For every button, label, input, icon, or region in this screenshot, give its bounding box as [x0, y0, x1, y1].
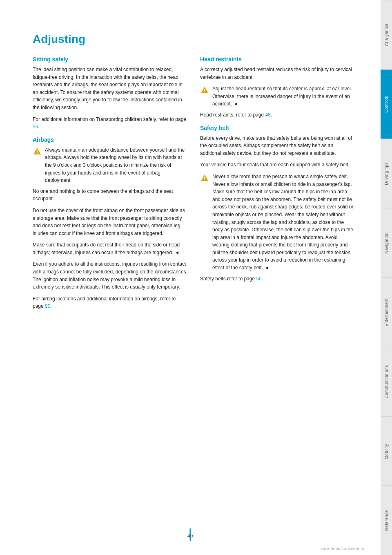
- warning-triangle-icon-2: !: [200, 85, 209, 94]
- airbags-warning1: ! Always maintain an adequate distance b…: [33, 146, 188, 184]
- safety-belt-warning: ! Never allow more than one person to we…: [200, 173, 355, 272]
- sidebar-tab-communications[interactable]: Communications: [381, 347, 392, 416]
- sidebar-tab-at-a-glance[interactable]: At a glance: [381, 0, 392, 69]
- warning-triangle-icon-3: !: [200, 173, 209, 182]
- watermark: carmanualsonline.info: [321, 546, 364, 551]
- sidebar-tab-entertainment[interactable]: Entertainment: [381, 278, 392, 347]
- airbags-body4: Even if you adhere to all the instructio…: [33, 260, 188, 291]
- airbags-section: Airbags ! Always maintain an adequate di…: [33, 137, 188, 310]
- warning-triangle-icon: !: [33, 147, 42, 156]
- sidebar-tab-reference[interactable]: Reference: [381, 486, 392, 555]
- svg-text:!: !: [204, 88, 205, 94]
- sitting-safely-body1: The ideal sitting position can make a vi…: [33, 66, 188, 112]
- safety-belt-link[interactable]: 50: [256, 276, 261, 282]
- svg-text:!: !: [36, 149, 38, 155]
- safety-belt-section: Safety belt Before every drive, make sur…: [200, 125, 355, 283]
- safety-belt-warning-text: Never allow more than one person to wear…: [212, 173, 355, 272]
- head-restraints-section: Head restraints A correctly adjusted hea…: [200, 56, 355, 119]
- airbags-heading: Airbags: [33, 137, 188, 143]
- safety-belt-body1: Before every drive, make sure that safet…: [200, 134, 355, 157]
- page-title: Adjusting: [33, 33, 360, 46]
- safety-belt-body3: Safety belts refer to page 50.: [200, 275, 355, 283]
- sidebar-tab-controls[interactable]: Controls: [381, 69, 392, 139]
- airbags-body1: No one and nothing is to come between th…: [33, 188, 188, 203]
- airbags-body2: Do not use the cover of the front airbag…: [33, 207, 188, 237]
- airbags-link[interactable]: 90: [45, 303, 50, 309]
- head-restraints-heading: Head restraints: [200, 56, 355, 63]
- head-restraints-warning-text: Adjust the head restraint so that its ce…: [212, 85, 355, 108]
- head-restraints-body2: Head restraints, refer to page 48.: [200, 111, 355, 119]
- head-restraints-link[interactable]: 48: [265, 112, 270, 118]
- sitting-safely-section: Sitting safely The ideal sitting positio…: [33, 56, 188, 131]
- sitting-safely-link[interactable]: 56: [33, 124, 38, 130]
- airbags-warning1-text: Always maintain an adequate distance bet…: [45, 146, 188, 184]
- safety-belt-body2: Your vehicle has four seats that are eac…: [200, 161, 355, 169]
- sidebar-tab-driving-tips[interactable]: Driving tips: [381, 139, 392, 208]
- airbags-body3: Make sure that occupants do not rest the…: [33, 241, 188, 256]
- head-restraints-warning: ! Adjust the head restraint so that its …: [200, 85, 355, 108]
- sidebar: At a glance Controls Driving tips Naviga…: [381, 0, 392, 555]
- svg-text:!: !: [204, 176, 205, 181]
- sidebar-tab-mobility[interactable]: Mobility: [381, 416, 392, 486]
- sidebar-tab-navigation[interactable]: Navigation: [381, 208, 392, 278]
- sitting-safely-heading: Sitting safely: [33, 56, 188, 63]
- page-number: 45: [187, 533, 193, 539]
- head-restraints-body1: A correctly adjusted head restraint redu…: [200, 66, 355, 81]
- left-column: Sitting safely The ideal sitting positio…: [33, 56, 188, 316]
- sitting-safely-body2: For additional information on Transporti…: [33, 116, 188, 131]
- safety-belt-heading: Safety belt: [200, 125, 355, 131]
- right-column: Head restraints A correctly adjusted hea…: [200, 56, 355, 316]
- airbags-body5: For airbag locations and additional info…: [33, 295, 188, 310]
